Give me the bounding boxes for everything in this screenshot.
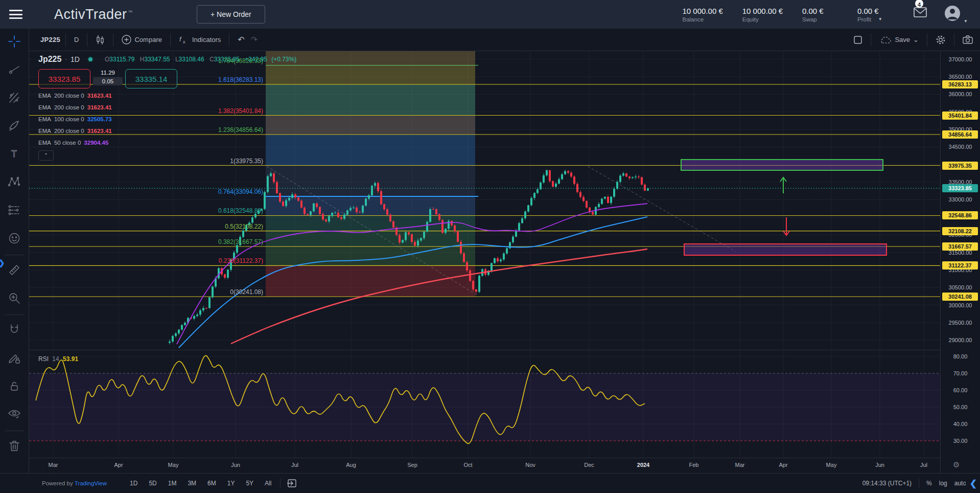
account-stats: 10 000.00 €Balance10 000.00 €Equity0.00 … [683, 0, 894, 29]
clock[interactable]: 09:14:33 (UTC+1) [862, 480, 912, 487]
axis-settings-gear-icon[interactable]: ⚙ [953, 460, 960, 469]
price-tick: 29000.00 [941, 337, 980, 343]
fib-level-label: 0.618(32548.86) [29, 207, 263, 214]
text-tool[interactable]: T [5, 145, 24, 165]
sell-button[interactable]: 33323.85 [38, 69, 90, 88]
unlock-all-tool[interactable] [5, 377, 24, 397]
percent-scale-button[interactable]: % [926, 480, 932, 487]
range-button-3m[interactable]: 3M [184, 478, 200, 488]
brush-icon [8, 119, 21, 135]
market-status-icon[interactable] [87, 56, 94, 62]
price-level-badge: 35401.84 [942, 111, 978, 120]
xabcd-pattern-tool[interactable] [5, 173, 24, 193]
time-axis[interactable]: MarAprMayJunJulAugSepOctNovDec2024FebMar… [29, 458, 940, 473]
range-button-1y[interactable]: 1Y [224, 478, 239, 488]
collapse-toolbar-chevron-icon[interactable]: ❮ [970, 478, 977, 489]
forecast-icon [8, 204, 21, 219]
goto-date-button[interactable] [286, 479, 298, 488]
ema-legend-row: EMA200 close 031623.41 [38, 101, 296, 113]
fib-level-label: 0.764(33094.06) [29, 188, 263, 195]
fx-icon: fx [179, 35, 189, 44]
stat-balance: 10 000.00 €Balance [683, 7, 723, 23]
drawing-pencil-lock-tool[interactable] [5, 349, 24, 369]
zoom-in-tool[interactable] [5, 289, 24, 309]
magnet-icon [8, 323, 21, 339]
redo-button[interactable]: ↷ [248, 35, 261, 44]
time-tick: Nov [525, 462, 535, 468]
mail-icon[interactable]: 4 [914, 7, 929, 20]
price-level-badge: 30241.08 [942, 293, 978, 301]
range-button-1d[interactable]: 1D [126, 478, 141, 488]
ruler-tool[interactable] [5, 261, 24, 281]
compare-button[interactable]: Compare [119, 35, 165, 44]
settings-button[interactable] [932, 35, 949, 45]
buy-button[interactable]: 33335.14 [125, 69, 177, 88]
range-button-1m[interactable]: 1M [165, 478, 180, 488]
trend-line-icon [8, 63, 21, 78]
chart-area[interactable]: 1.764(36828.33)1.618(36283.13)1.382(3540… [29, 51, 940, 473]
indicator-legend: EMA200 close 031623.41EMA200 close 03162… [38, 89, 296, 148]
stat-profit[interactable]: 0.00 €Profit▼ [857, 7, 893, 23]
range-button-5d[interactable]: 5D [145, 478, 160, 488]
drawing-tools-rail: T [0, 29, 29, 473]
spread: 11.29 0.05 [93, 69, 123, 85]
fib-retracement-tool[interactable] [5, 89, 24, 108]
remove-all-tool[interactable] [5, 437, 24, 457]
time-tick: May [826, 462, 837, 468]
price-level-badge: 33975.35 [942, 162, 978, 170]
price-tick: 30000.00 [941, 302, 980, 308]
chart-toolbar: JP225 D Compare fx Indicators ↶ ↷ Save [29, 29, 980, 51]
bottom-toolbar: Powered by TradingView 1D5D1M3M6M1Y5YAll… [0, 473, 980, 493]
rsi-tick: 40.00 [941, 421, 980, 427]
save-button[interactable]: Save ⌄ [876, 36, 922, 44]
avatar[interactable]: ▼ [944, 5, 961, 24]
square-icon [853, 35, 862, 44]
range-button-5y[interactable]: 5Y [242, 478, 257, 488]
interval-button[interactable]: D [71, 36, 82, 43]
trademark: ™ [128, 10, 133, 15]
fullscreen-button[interactable] [850, 35, 866, 44]
rsi-tick: 80.00 [941, 353, 980, 360]
time-tick: Feb [689, 462, 699, 468]
camera-icon [963, 35, 973, 44]
ruler-icon [8, 263, 21, 279]
chart-style-button[interactable] [92, 35, 108, 45]
price-tick: 36000.00 [941, 91, 980, 97]
magnet-tool[interactable] [5, 321, 24, 341]
indicators-button[interactable]: fx Indicators [176, 35, 224, 44]
snapshot-button[interactable] [960, 35, 976, 44]
rsi-tick: 50.00 [941, 404, 980, 410]
expand-panel-chevron-icon[interactable]: ❯ [0, 258, 5, 267]
emoji-icon [8, 232, 21, 247]
svg-text:x: x [183, 39, 185, 44]
undo-button[interactable]: ↶ [235, 35, 247, 44]
auto-scale-button[interactable]: auto [954, 480, 966, 487]
time-tick: Aug [346, 462, 356, 468]
emoji-tool[interactable] [5, 230, 24, 249]
text-icon: T [8, 147, 21, 163]
menu-icon[interactable] [9, 10, 22, 19]
price-tick: 29500.00 [941, 320, 980, 326]
stat-swap: 0.00 €Swap [802, 7, 838, 23]
brush-tool[interactable] [5, 117, 24, 137]
trend-line-tool[interactable] [5, 61, 24, 80]
range-button-all[interactable]: All [261, 478, 275, 488]
pane-separator[interactable] [29, 350, 940, 350]
crosshair-tool[interactable] [5, 33, 24, 52]
log-scale-button[interactable]: log [939, 480, 947, 487]
new-order-button[interactable]: + New Order [197, 5, 265, 24]
range-button-6m[interactable]: 6M [204, 478, 220, 488]
time-tick: Jun [875, 462, 884, 468]
price-level-badge: 31122.37 [942, 261, 978, 270]
rsi-pane[interactable] [29, 350, 940, 458]
price-tick: 30500.00 [941, 284, 980, 290]
ema-legend-row: EMA50 close 032904.45 [38, 137, 296, 148]
hide-all-tool[interactable] [5, 406, 24, 425]
fib-level-label: 0(30241.08) [29, 288, 263, 296]
legend-collapse-button[interactable]: ⌃ [38, 150, 54, 161]
xabcd-pattern-icon [8, 175, 21, 191]
symbol-search[interactable]: JP225 [40, 36, 60, 43]
price-axis[interactable]: ⚙ 37000.0036500.0036000.0035500.0035000.… [940, 51, 980, 473]
tradingview-link[interactable]: TradingView [75, 480, 107, 486]
forecast-tool[interactable] [5, 201, 24, 221]
